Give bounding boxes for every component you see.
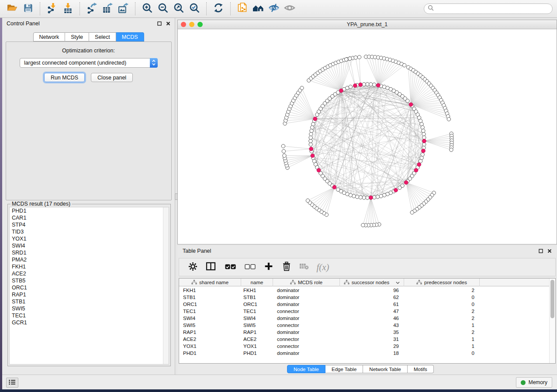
import-table-button[interactable] [60, 1, 76, 16]
mcds-result-item[interactable]: TID3 [10, 228, 169, 235]
delete-column-button[interactable] [278, 260, 295, 275]
table-row[interactable]: RAP1RAP1dominator352 [179, 329, 549, 336]
memory-button[interactable]: Memory [516, 377, 552, 388]
close-panel-button[interactable]: Close panel [91, 73, 133, 82]
network-graph[interactable] [178, 29, 557, 244]
column-header-predecessor-nodes[interactable]: predecessor nodes [404, 279, 480, 286]
tab-motifs[interactable]: Motifs [408, 365, 434, 373]
tab-network[interactable]: Network [33, 32, 65, 41]
open-file-button[interactable] [4, 1, 20, 16]
mcds-result-item[interactable]: TEC1 [10, 312, 169, 319]
mcds-result-item[interactable]: STB5 [10, 277, 169, 284]
table-row[interactable]: PHD1PHD1dominator180 [179, 350, 549, 357]
memory-status-icon [521, 380, 526, 385]
mcds-result-item[interactable]: GCR1 [10, 319, 169, 326]
table-settings-button[interactable] [184, 260, 201, 275]
cell: 31 [340, 336, 404, 343]
table-row[interactable]: TEC1TEC1connector472 [179, 308, 549, 315]
table-scrollbar[interactable] [549, 279, 555, 363]
mcds-result-item[interactable]: STP4 [10, 221, 169, 228]
hide-graphics-details-button[interactable] [266, 1, 282, 16]
tab-select[interactable]: Select [89, 32, 116, 41]
table-row[interactable]: YOX1YOX1connector291 [179, 343, 549, 350]
cell: STB1 [179, 294, 241, 301]
table-scrollbar-thumb[interactable] [550, 280, 554, 318]
save-session-button[interactable] [20, 1, 36, 16]
column-header-successor-nodes[interactable]: successor nodes [340, 279, 404, 286]
cell: SWI5 [241, 322, 273, 329]
cell: SWI5 [179, 322, 241, 329]
table-row[interactable]: ACE2ACE2connector311 [179, 336, 549, 343]
select-all-rows-button[interactable] [220, 260, 240, 275]
network-canvas[interactable] [178, 29, 557, 244]
mcds-result-scrollbar[interactable] [163, 207, 169, 364]
global-search[interactable] [424, 3, 553, 14]
zoom-selected-button[interactable] [187, 1, 202, 16]
cell: ACE2 [241, 336, 273, 343]
tab-mcds[interactable]: MCDS [116, 32, 144, 41]
toolbar-separator [135, 2, 135, 15]
column-header-label: name [251, 280, 263, 285]
table-row[interactable]: STB1STB1dominator620 [179, 294, 549, 301]
import-network-button[interactable] [44, 1, 60, 16]
cell: PHD1 [241, 350, 273, 357]
float-panel-icon[interactable] [539, 247, 543, 255]
mcds-result-item[interactable]: CAR1 [10, 214, 169, 221]
tab-edge-table[interactable]: Edge Table [325, 365, 363, 373]
mcds-result-item[interactable]: ORC1 [10, 284, 169, 291]
tree-icon [416, 280, 422, 285]
mcds-result-item[interactable]: ACE2 [10, 270, 169, 277]
mcds-result-item[interactable]: FKH1 [10, 263, 169, 270]
cell: connector [273, 336, 340, 343]
export-table-button[interactable] [100, 1, 115, 16]
table-row[interactable]: ORC1ORC1dominator610 [179, 301, 549, 308]
create-column-button[interactable] [259, 260, 278, 275]
float-panel-icon[interactable] [157, 20, 162, 28]
tab-style[interactable]: Style [65, 32, 89, 41]
zoom-out-button[interactable] [155, 1, 171, 16]
refresh-view-button[interactable] [211, 1, 226, 16]
select-stepper-icon [150, 58, 158, 68]
criterion-select[interactable]: largest connected component (undirected) [20, 58, 158, 68]
search-input[interactable] [436, 5, 549, 12]
chevron-down-icon[interactable] [396, 280, 400, 285]
control-panel-tabs: NetworkStyleSelectMCDS [33, 32, 144, 41]
column-header-MCDS-role[interactable]: MCDS role [273, 279, 340, 286]
zoom-fit-button[interactable] [171, 1, 187, 16]
zoom-in-button[interactable] [139, 1, 155, 16]
mcds-result-item[interactable]: STB1 [10, 298, 169, 305]
show-columns-button[interactable] [201, 260, 220, 275]
cell: connector [273, 308, 340, 315]
close-panel-icon[interactable] [547, 247, 552, 255]
mcds-result-item[interactable]: SRD1 [10, 249, 169, 256]
mcds-result-item[interactable]: SWI4 [10, 242, 169, 249]
mcds-result-item[interactable]: PHD1 [10, 207, 169, 214]
column-header-shared-name[interactable]: shared name [179, 279, 241, 286]
cell: dominator [273, 294, 340, 301]
export-image-button[interactable] [115, 1, 131, 16]
table-row[interactable]: SWI4SWI4dominator462 [179, 315, 549, 322]
mcds-result-item[interactable]: PMA2 [10, 256, 169, 263]
tab-node-table[interactable]: Node Table [287, 365, 325, 373]
table-row[interactable]: FKH1FKH1dominator962 [179, 287, 549, 294]
share-document-button[interactable] [235, 1, 250, 16]
tab-network-table[interactable]: Network Table [363, 365, 408, 373]
splitter-handle[interactable] [175, 193, 178, 200]
export-network-button[interactable] [84, 1, 100, 16]
mcds-result-list[interactable]: PHD1CAR1STP4TID3YOX1SWI4SRD1PMA2FKH1ACE2… [9, 207, 169, 364]
task-list-icon [9, 379, 16, 387]
network-window-titlebar[interactable]: YPA_prune.txt_1 [178, 20, 557, 29]
open-recent-home-button[interactable] [250, 1, 266, 16]
mcds-result-item[interactable]: RAP1 [10, 291, 169, 298]
table-row[interactable]: SWI5SWI5connector431 [179, 322, 549, 329]
table-panel: Table Panel [177, 246, 557, 375]
show-graphics-details-button[interactable] [282, 1, 298, 16]
close-panel-icon[interactable] [166, 20, 170, 28]
mcds-result-item[interactable]: YOX1 [10, 235, 169, 242]
control-panel-title: Control Panel [7, 21, 40, 27]
column-header-name[interactable]: name [241, 279, 273, 286]
deselect-all-rows-button[interactable] [240, 260, 259, 275]
task-history-button[interactable] [6, 378, 18, 388]
run-mcds-button[interactable]: Run MCDS [44, 73, 85, 82]
mcds-result-item[interactable]: SWI5 [10, 305, 169, 312]
